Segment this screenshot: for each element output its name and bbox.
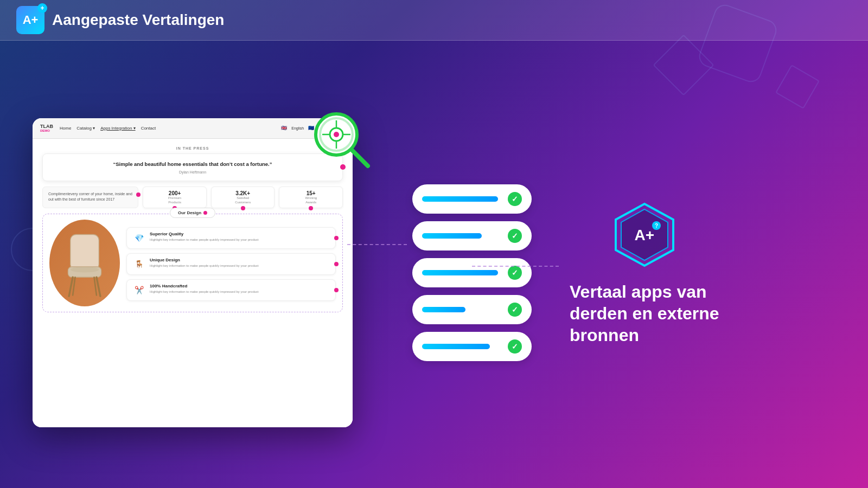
press-label: IN THE PRESS: [42, 146, 343, 150]
feature-item-1: 💎 Superior Quality Highlight key informa…: [126, 227, 336, 249]
checkmark-2: ✓: [508, 229, 522, 243]
nav-link-apps[interactable]: Apps Integration ▾: [100, 126, 135, 131]
svg-line-3: [97, 278, 100, 297]
text-bar-5: ✓: [412, 332, 532, 361]
feature-text-1: Superior Quality Highlight key informati…: [150, 232, 259, 242]
header: A+ + Aangepaste Vertalingen: [0, 0, 868, 41]
checkmark-4: ✓: [508, 303, 522, 317]
hex-a-plus-text: A+: [635, 227, 655, 243]
stat-label-1: PremiumProducts: [146, 196, 203, 205]
stat-num-3: 15+: [283, 190, 339, 196]
lang-label[interactable]: English: [291, 126, 304, 130]
text-bar-fill-1: [422, 196, 498, 202]
quote-box: “Simple and beautiful home essentials th…: [42, 153, 343, 181]
flag-uk: 🇬🇧: [281, 125, 287, 131]
stat-desc: Complimentevery corner of your home, ins…: [42, 187, 138, 209]
nav-link-contact[interactable]: Contact: [141, 126, 156, 131]
our-design-btn[interactable]: Our Design: [170, 208, 215, 218]
chair-svg: [55, 225, 114, 301]
main-content: TLAB DEMO Home Catalog ▾ Apps Integratio…: [0, 41, 868, 488]
stat-num-2: 3.2K+: [215, 190, 271, 196]
logo-icon: A+ +: [16, 6, 44, 34]
feature-icon-2: 🪑: [132, 258, 145, 271]
feature-desc-2: Highlight key information to make people…: [150, 264, 259, 268]
connector-line-2: [472, 266, 559, 267]
stat-dot-3: [309, 206, 313, 210]
browser-logo: TLAB DEMO: [40, 124, 53, 132]
stat-num-1: 200+: [146, 190, 203, 196]
stat-item-3: 15+ WinningAwards: [279, 187, 343, 209]
nav-link-home[interactable]: Home: [60, 126, 71, 131]
checkmark-1: ✓: [508, 192, 522, 206]
design-section: Our Design: [42, 214, 343, 312]
quote-text: “Simple and beautiful home essentials th…: [52, 160, 334, 168]
stat-dot-2: [241, 206, 245, 210]
browser-nav-links: Home Catalog ▾ Apps Integration ▾ Contac…: [60, 126, 156, 131]
text-bar-1: ✓: [412, 184, 532, 214]
magnifier-container: [309, 107, 374, 175]
svg-line-2: [69, 278, 73, 297]
svg-rect-0: [71, 235, 99, 271]
feature-dot-1: [334, 236, 339, 240]
feature-dot-3: [334, 288, 339, 292]
text-bar-fill-4: [422, 307, 465, 312]
stat-item-1: 200+ PremiumProducts: [143, 187, 207, 209]
text-bar-3: ✓: [412, 258, 532, 287]
feature-item-3: ✂️ 100% Handcrafted Highlight key inform…: [126, 279, 336, 301]
svg-point-10: [334, 132, 339, 137]
feature-icon-1: 💎: [132, 232, 145, 245]
stat-label-3: WinningAwards: [283, 196, 339, 205]
header-title: Aangepaste Vertalingen: [52, 11, 224, 29]
stats-row: Complimentevery corner of your home, ins…: [42, 187, 343, 209]
text-bar-2: ✓: [412, 221, 532, 251]
feature-title-1: Superior Quality: [150, 232, 259, 236]
feature-icon-3: ✂️: [132, 284, 145, 297]
browser-mockup: TLAB DEMO Home Catalog ▾ Apps Integratio…: [33, 118, 353, 427]
a-plus-hex: A+ ?: [609, 200, 680, 270]
checkmark-5: ✓: [508, 339, 522, 354]
feature-text-2: Unique Design Highlight key information …: [150, 258, 259, 268]
stat-desc-dot: [136, 192, 141, 197]
logo-text: A+: [23, 13, 39, 27]
connector-line-1: [347, 244, 407, 245]
features-list: 💎 Superior Quality Highlight key informa…: [126, 220, 336, 306]
text-bar-fill-2: [422, 233, 482, 239]
stat-label-2: SatisfiedCustomers: [215, 196, 271, 205]
logo-plus: +: [37, 3, 47, 13]
chair-image: [49, 220, 120, 306]
text-bar-fill-5: [422, 344, 490, 349]
magnifier-icon: [309, 107, 374, 172]
browser-nav: TLAB DEMO Home Catalog ▾ Apps Integratio…: [33, 118, 353, 139]
text-bar-fill-3: [422, 270, 498, 275]
svg-point-6: [71, 267, 99, 273]
quote-author: Dylan Heftmann: [52, 170, 334, 174]
feature-text-3: 100% Handcrafted Highlight key informati…: [150, 284, 259, 294]
svg-line-15: [353, 151, 368, 166]
stat-item-2: 3.2K+ SatisfiedCustomers: [211, 187, 275, 209]
our-design-dot: [203, 211, 207, 215]
checkmark-3: ✓: [508, 266, 522, 280]
nav-link-catalog[interactable]: Catalog ▾: [76, 126, 95, 131]
middle-section: ✓ ✓ ✓ ✓ ✓: [412, 184, 532, 361]
feature-title-2: Unique Design: [150, 258, 259, 262]
feature-desc-1: Highlight key information to make people…: [150, 237, 259, 242]
browser-content: IN THE PRESS “Simple and beautiful home …: [33, 139, 353, 427]
feature-desc-3: Highlight key information to make people…: [150, 290, 259, 294]
right-description: Vertaal apps vanderden en externebronnen: [570, 281, 719, 346]
hex-inner-icon: A+ ?: [635, 224, 655, 245]
feature-title-3: 100% Handcrafted: [150, 284, 259, 288]
text-bar-4: ✓: [412, 295, 532, 324]
feature-dot-2: [334, 262, 339, 266]
hex-question-mark: ?: [652, 221, 661, 230]
right-section: A+ ? Vertaal apps vanderden en externebr…: [570, 200, 719, 346]
our-design-label: Our Design: [178, 210, 201, 215]
feature-item-2: 🪑 Unique Design Highlight key informatio…: [126, 253, 336, 275]
header-logo: A+ + Aangepaste Vertalingen: [16, 6, 224, 34]
